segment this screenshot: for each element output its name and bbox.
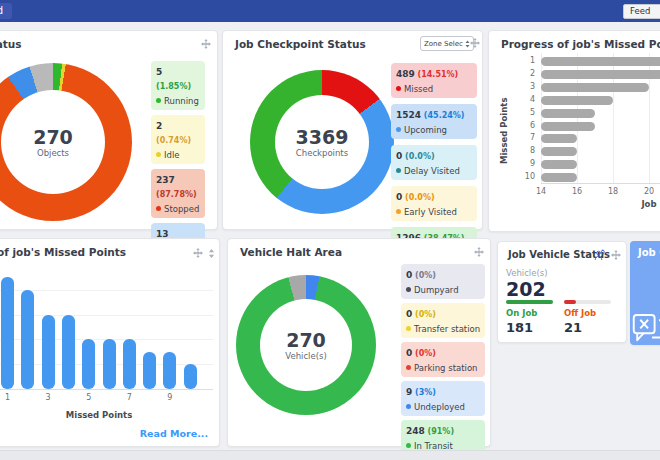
legend-item-running: 5 (1.85%)Running xyxy=(151,61,205,110)
panel-job-vehicle-status: Job Vehicle Status Vehicle(s) 202 On Job… xyxy=(497,241,627,343)
object-status-donut: 270 Objects xyxy=(0,63,132,221)
x-tick-label: 5 xyxy=(81,393,97,402)
bar-row-8 xyxy=(541,147,577,156)
bar-row-6 xyxy=(541,122,595,131)
legend-item-missed: 489 (14.51%)Missed xyxy=(391,63,477,98)
y-tick-label: 7 xyxy=(515,133,535,142)
x-tick-label: 16 xyxy=(568,187,586,196)
bar-4 xyxy=(62,315,75,389)
x-tick-label: 7 xyxy=(121,393,137,402)
bar-row-1 xyxy=(541,57,660,66)
offjob-bar-fill xyxy=(564,300,576,304)
donut-center-label: Vehicle(s) xyxy=(285,351,326,361)
bar-9 xyxy=(163,352,176,389)
y-tick-label: 5 xyxy=(515,108,535,117)
feedback-button[interactable]: Feed xyxy=(623,4,660,19)
x-tick-label: 14 xyxy=(532,187,550,196)
bar-row-7 xyxy=(541,134,577,143)
x-axis-line xyxy=(0,389,213,390)
vehicles-label: Vehicle(s) xyxy=(506,268,547,278)
x-tick-label: 1 xyxy=(0,393,16,402)
onjob-bar-fill xyxy=(506,300,553,304)
vehicles-value: 202 xyxy=(506,278,546,300)
bar-8 xyxy=(143,352,156,389)
legend-item-undeployed: 9 (3%)Undeployed xyxy=(401,381,485,416)
donut-center-label: Checkpoints xyxy=(296,148,348,158)
nav-active-item[interactable]: d xyxy=(0,3,12,19)
zone-selection-select[interactable]: Zone Selection xyxy=(420,36,474,51)
donut-center-label: Objects xyxy=(37,148,69,158)
panel-vehicle-halt-area: Vehicle Halt Area 270 Vehicle(s) 0 (0%)D… xyxy=(227,238,491,447)
panel-object-status: Object Status 270 Objects 5 (1.85%)Runni… xyxy=(0,30,218,230)
panel-progress-missed-points-v: Progress of job's Missed Points 13579 Mi… xyxy=(0,238,220,447)
legend-item-upcoming: 1524 (45.24%)Upcoming xyxy=(391,104,477,139)
footer-bar xyxy=(0,450,660,460)
legend-item-idle: 2 (0.74%)Idle xyxy=(151,115,205,164)
x-tick-label: 20 xyxy=(640,187,658,196)
move-icon[interactable] xyxy=(474,247,484,257)
legend-item-stopped: 237 (87.78%)Stopped xyxy=(151,169,205,218)
bar-row-5 xyxy=(541,109,595,118)
y-tick-label: 8 xyxy=(515,146,535,155)
legend-item-early-visited: 0 (0.0%)Early Visited xyxy=(391,186,477,221)
legend-item-delay-visited: 0 (0.0%)Delay Visited xyxy=(391,145,477,180)
x-tick-label: 3 xyxy=(40,393,56,402)
panel-title: Object Status xyxy=(0,38,21,50)
offjob-value: 21 xyxy=(564,320,582,335)
donut-center-value: 270 xyxy=(286,330,326,350)
y-tick-label: 9 xyxy=(515,159,535,168)
dashboard: d Feed Object Status 270 Objects 5 (1.85… xyxy=(0,0,660,460)
y-tick-label: 2 xyxy=(515,69,535,78)
bar-2 xyxy=(21,290,34,389)
donut-center-value: 3369 xyxy=(296,127,349,147)
move-icon[interactable] xyxy=(201,39,211,49)
move-icon[interactable] xyxy=(470,38,480,48)
onjob-value: 181 xyxy=(506,320,533,335)
vehicle-halt-donut: 270 Vehicle(s) xyxy=(236,275,376,415)
bar-10 xyxy=(184,364,197,389)
bar-1 xyxy=(1,277,14,389)
panel-job-checkpoint-status: Job Checkpoint Status Zone Selection 336… xyxy=(222,30,483,230)
donut-center-value: 270 xyxy=(33,127,73,147)
y-tick-label: 3 xyxy=(515,82,535,91)
bar-row-9 xyxy=(541,160,577,169)
bar-row-4 xyxy=(541,96,613,105)
y-tick-label: 1 xyxy=(515,56,535,65)
y-tick-label: 4 xyxy=(515,95,535,104)
bar-row-2 xyxy=(541,70,660,79)
zone-selection-value: Zone Selection xyxy=(424,40,463,48)
y-tick-label: 10 xyxy=(515,172,535,181)
legend-item-parking-station: 0 (0%)Parking station xyxy=(401,342,485,377)
x-axis-line xyxy=(541,183,660,184)
x-axis-label: Missed Points xyxy=(49,410,149,420)
move-icon[interactable] xyxy=(611,250,621,260)
bar-row-10 xyxy=(541,173,577,182)
read-more-link[interactable]: Read More... xyxy=(140,428,208,439)
legend-item-transfer-station: 0 (0%)Transfer station xyxy=(401,303,485,338)
offjob-bar xyxy=(564,300,611,304)
card-title: Job Co xyxy=(638,247,660,258)
bar-6 xyxy=(103,339,116,389)
panel-title: Vehicle Halt Area xyxy=(240,246,342,258)
bar-5 xyxy=(82,339,95,389)
bar-row-3 xyxy=(541,83,649,92)
x-tick-label: 9 xyxy=(162,393,178,402)
x-axis-label: Job xyxy=(629,199,660,209)
top-nav-bar: d Feed xyxy=(0,0,660,22)
driver-location-icon[interactable] xyxy=(594,249,606,261)
onjob-label: On Job xyxy=(506,308,537,318)
y-tick-label: 6 xyxy=(515,121,535,130)
panel-job-count-card[interactable]: Job Co xyxy=(630,241,660,345)
panel-progress-missed-points-h: Progress of job's Missed Points Missed P… xyxy=(488,30,660,232)
message-x-icon xyxy=(632,313,660,343)
x-tick-label: 18 xyxy=(604,187,622,196)
job-checkpoint-donut: 3369 Checkpoints xyxy=(250,70,394,214)
onjob-bar xyxy=(506,300,553,304)
job-checkpoint-legend: 489 (14.51%)Missed1524 (45.24%)Upcoming0… xyxy=(391,63,477,262)
panel-title: Job Checkpoint Status xyxy=(235,38,366,50)
vehicle-halt-legend: 0 (0%)Dumpyard0 (0%)Transfer station0 (0… xyxy=(401,264,485,460)
bar-3 xyxy=(42,315,55,389)
offjob-label: Off Job xyxy=(564,308,596,318)
legend-item-dumpyard: 0 (0%)Dumpyard xyxy=(401,264,485,299)
bar-7 xyxy=(123,339,136,389)
